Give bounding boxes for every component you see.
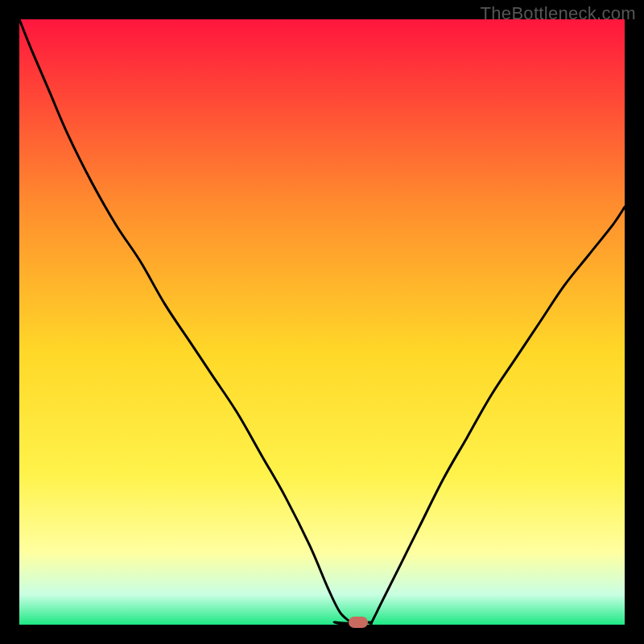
plot-svg	[19, 19, 625, 625]
watermark-text: TheBottleneck.com	[481, 3, 636, 24]
chart-stage: TheBottleneck.com	[0, 0, 644, 644]
plot-area	[19, 19, 625, 625]
gradient-background	[19, 19, 625, 625]
valley-marker	[349, 617, 368, 628]
